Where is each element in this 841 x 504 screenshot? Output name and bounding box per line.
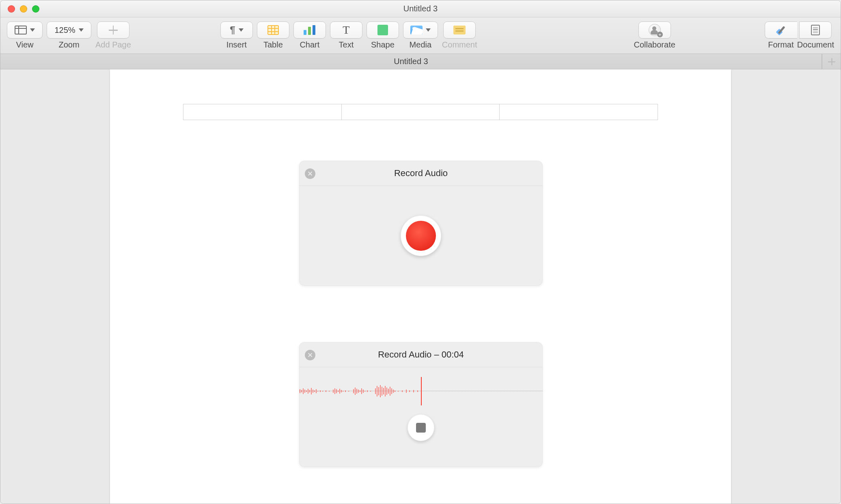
zoom-value: 125% — [54, 26, 75, 35]
app-window: Untitled 3 View 125% Zoom Add Page — [0, 0, 841, 504]
media-button[interactable] — [403, 22, 438, 39]
inserted-table[interactable] — [183, 104, 658, 120]
waveform — [299, 377, 421, 405]
document-tab-label: Untitled 3 — [394, 57, 428, 66]
comment-button[interactable] — [443, 22, 476, 39]
chevron-down-icon — [239, 28, 244, 32]
format-button[interactable] — [765, 22, 797, 39]
chart-group: Chart — [293, 22, 326, 50]
media-group: Media — [403, 22, 438, 50]
plus-icon — [109, 26, 118, 34]
insert-group: ¶ Insert — [220, 22, 253, 50]
panel-title: Record Audio — [394, 168, 448, 179]
insert-button[interactable]: ¶ — [220, 22, 253, 39]
close-window-button[interactable] — [8, 5, 15, 13]
window-title: Untitled 3 — [403, 4, 438, 13]
document-icon — [811, 25, 820, 35]
view-label: View — [16, 40, 34, 50]
comment-icon — [453, 26, 466, 34]
collaborate-icon: + — [649, 24, 661, 36]
view-button[interactable] — [7, 22, 43, 39]
add-tab-button[interactable] — [822, 54, 841, 69]
minimize-window-button[interactable] — [20, 5, 27, 13]
format-icon — [776, 25, 786, 35]
text-label: Text — [339, 40, 354, 50]
toolbar: View 125% Zoom Add Page ¶ Insert — [0, 17, 841, 54]
text-icon: T — [343, 24, 349, 37]
record-icon — [406, 221, 436, 251]
view-group: View — [7, 22, 43, 50]
canvas-area[interactable]: ✕ Record Audio ✕ Record Audio – 00:04 — [0, 69, 841, 504]
media-label: Media — [410, 40, 431, 50]
table-cell[interactable] — [342, 104, 500, 120]
panel-header: ✕ Record Audio – 00:04 — [299, 342, 543, 367]
panel-body — [299, 367, 543, 467]
chart-icon — [304, 25, 315, 35]
collaborate-button[interactable]: + — [638, 22, 671, 39]
stop-icon — [416, 423, 426, 433]
text-group: T Text — [330, 22, 362, 50]
pilcrow-icon: ¶ — [230, 24, 235, 36]
title-bar: Untitled 3 — [0, 0, 841, 17]
insert-label: Insert — [226, 40, 247, 50]
record-audio-panel-idle: ✕ Record Audio — [299, 161, 543, 286]
format-label: Format — [768, 40, 794, 50]
chevron-down-icon — [79, 28, 84, 32]
comment-group: Comment — [442, 22, 477, 50]
shape-group: Shape — [367, 22, 399, 50]
shape-icon — [377, 25, 388, 35]
table-icon — [267, 25, 279, 35]
zoom-group: 125% Zoom — [47, 22, 91, 50]
chart-label: Chart — [300, 40, 319, 50]
playhead[interactable] — [421, 377, 422, 405]
document-group: Document — [797, 22, 834, 50]
waveform-track[interactable] — [299, 377, 543, 405]
panel-title: Record Audio – 00:04 — [378, 349, 464, 360]
view-icon — [15, 26, 27, 34]
text-button[interactable]: T — [330, 22, 362, 39]
collaborate-group: + Collaborate — [634, 22, 675, 50]
add-page-button[interactable] — [97, 22, 129, 39]
shape-button[interactable] — [367, 22, 399, 39]
plus-icon — [828, 58, 835, 65]
document-tab[interactable]: Untitled 3 — [0, 54, 822, 69]
panel-header: ✕ Record Audio — [299, 161, 543, 186]
close-panel-button[interactable]: ✕ — [305, 168, 315, 179]
document-tab-bar: Untitled 3 — [0, 54, 841, 69]
stop-button[interactable] — [408, 414, 434, 441]
inspector-segment: Format Document — [765, 22, 834, 50]
document-label: Document — [797, 40, 834, 50]
traffic-lights — [8, 5, 39, 13]
zoom-label: Zoom — [58, 40, 79, 50]
media-icon — [410, 26, 423, 34]
panel-body — [299, 186, 543, 286]
add-page-label: Add Page — [95, 40, 131, 50]
chevron-down-icon — [30, 28, 35, 32]
zoom-window-button[interactable] — [32, 5, 39, 13]
svg-rect-0 — [15, 26, 26, 34]
close-icon: ✕ — [307, 352, 313, 359]
collaborate-label: Collaborate — [634, 40, 675, 50]
record-audio-panel-recording: ✕ Record Audio – 00:04 — [299, 342, 543, 467]
format-group: Format — [765, 22, 797, 50]
document-button[interactable] — [799, 22, 832, 39]
table-label: Table — [263, 40, 283, 50]
table-button[interactable] — [257, 22, 289, 39]
shape-label: Shape — [371, 40, 395, 50]
record-button[interactable] — [401, 215, 441, 256]
chart-button[interactable] — [293, 22, 326, 39]
table-cell[interactable] — [500, 104, 658, 120]
table-group: Table — [257, 22, 289, 50]
table-cell[interactable] — [183, 104, 342, 120]
comment-label: Comment — [442, 40, 477, 50]
add-page-group: Add Page — [95, 22, 131, 50]
close-icon: ✕ — [307, 170, 313, 177]
document-page[interactable]: ✕ Record Audio ✕ Record Audio – 00:04 — [110, 69, 731, 504]
zoom-button[interactable]: 125% — [47, 22, 91, 39]
close-panel-button[interactable]: ✕ — [305, 350, 315, 360]
chevron-down-icon — [426, 28, 431, 32]
